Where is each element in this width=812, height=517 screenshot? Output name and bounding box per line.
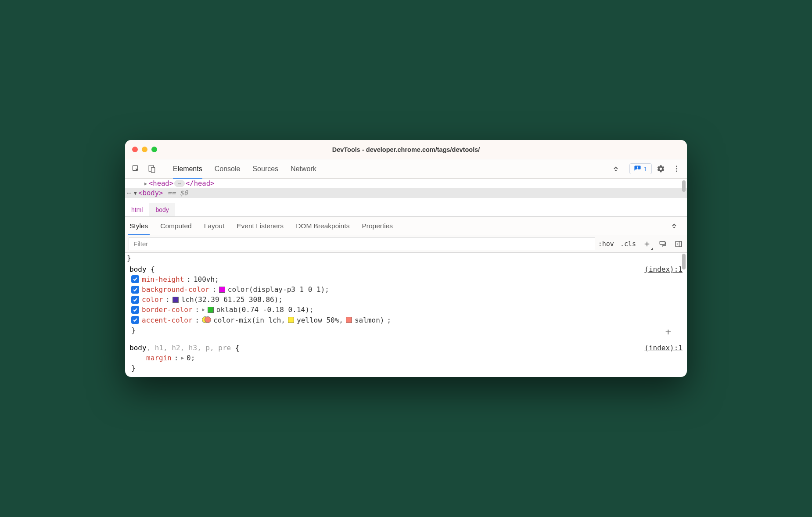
- expand-property-icon[interactable]: ▶: [202, 306, 205, 313]
- paint-styles-icon[interactable]: [658, 239, 668, 249]
- svg-rect-6: [660, 241, 665, 244]
- color-swatch-icon[interactable]: [208, 307, 214, 313]
- svg-rect-7: [675, 241, 682, 247]
- expand-arrow-icon[interactable]: ▶: [143, 181, 149, 187]
- breadcrumb: htmlbody: [125, 203, 687, 217]
- close-brace: }: [129, 363, 683, 373]
- more-subtabs-icon[interactable]: [667, 223, 683, 230]
- style-declaration[interactable]: margin:▶0;: [129, 353, 683, 363]
- devtools-window: DevTools - developer.chrome.com/tags/dev…: [125, 140, 687, 377]
- subtab-styles[interactable]: Styles: [129, 217, 148, 235]
- property-value[interactable]: salmon): [355, 315, 384, 325]
- property-value[interactable]: 0;: [187, 353, 195, 363]
- window-title: DevTools - developer.chrome.com/tags/dev…: [125, 146, 687, 153]
- selector[interactable]: body, h1, h2, h3, p, pre {: [129, 343, 239, 353]
- property-value[interactable]: yellow 50%,: [297, 315, 343, 325]
- source-link[interactable]: (index):1: [644, 343, 683, 353]
- close-brace: }: [129, 325, 683, 335]
- style-declaration[interactable]: border-color:▶oklab(0.74 -0.18 0.14);: [129, 305, 683, 315]
- collapsed-ellipsis-icon[interactable]: ⋯: [174, 180, 185, 187]
- inspect-element-icon[interactable]: [129, 162, 143, 176]
- prev-rule-close-brace: }: [125, 253, 687, 263]
- subtab-event-listeners[interactable]: Event Listeners: [237, 217, 284, 235]
- svg-rect-2: [151, 168, 154, 173]
- styles-filter-input[interactable]: [129, 237, 595, 250]
- close-window-button[interactable]: [132, 147, 138, 152]
- panel-tabs: ElementsConsoleSourcesNetwork: [168, 159, 607, 178]
- styles-subtabs: StylesComputedLayoutEvent ListenersDOM B…: [125, 217, 687, 235]
- style-rule: body {(index):1min-height:100vh;backgrou…: [125, 263, 687, 336]
- panel-tab-elements[interactable]: Elements: [173, 159, 202, 178]
- add-declaration-icon[interactable]: +: [665, 325, 671, 339]
- svg-point-4: [675, 168, 677, 169]
- dom-scrollbar[interactable]: [682, 180, 686, 192]
- settings-gear-icon[interactable]: [654, 162, 668, 176]
- property-name[interactable]: background-color: [142, 284, 209, 294]
- property-value[interactable]: color-mix(in lch,: [213, 315, 285, 325]
- breadcrumb-html[interactable]: html: [125, 203, 149, 216]
- property-value[interactable]: color(display-p3 1 0 1);: [228, 284, 329, 294]
- style-declaration[interactable]: accent-color:color-mix(in lch, yellow 50…: [129, 315, 683, 325]
- toolbar-divider: [163, 164, 163, 174]
- subtab-properties[interactable]: Properties: [362, 217, 393, 235]
- dom-tree[interactable]: ▶ <head> ⋯ </head> ⋯ ▼ <body> == $0: [125, 179, 687, 203]
- color-swatch-icon[interactable]: [346, 317, 352, 323]
- zoom-window-button[interactable]: [151, 147, 157, 152]
- dom-node-body[interactable]: ⋯ ▼ <body> == $0: [125, 188, 687, 198]
- subtab-layout[interactable]: Layout: [204, 217, 225, 235]
- panel-tab-network[interactable]: Network: [291, 159, 316, 178]
- style-rule: body, h1, h2, h3, p, pre {(index):1margi…: [125, 342, 687, 374]
- dom-cutoff: [125, 198, 687, 203]
- console-ref: == $0: [167, 189, 188, 197]
- issues-badge[interactable]: 1: [629, 163, 652, 174]
- main-toolbar: ElementsConsoleSourcesNetwork 1: [125, 159, 687, 179]
- color-swatch-icon[interactable]: [288, 317, 294, 323]
- declaration-checkbox[interactable]: [131, 286, 139, 294]
- subtab-computed[interactable]: Computed: [160, 217, 192, 235]
- more-panels-icon[interactable]: [608, 165, 624, 172]
- style-declaration[interactable]: min-height:100vh;: [129, 274, 683, 284]
- issues-count: 1: [644, 165, 647, 172]
- declaration-checkbox[interactable]: [131, 275, 139, 283]
- svg-point-3: [675, 166, 677, 167]
- titlebar: DevTools - developer.chrome.com/tags/dev…: [125, 140, 687, 159]
- svg-point-5: [675, 171, 677, 172]
- selector[interactable]: body {: [129, 264, 155, 274]
- hover-toggle[interactable]: :hov: [598, 240, 614, 248]
- declaration-checkbox[interactable]: [131, 296, 139, 304]
- device-toolbar-icon[interactable]: [144, 162, 158, 176]
- property-name[interactable]: margin: [146, 353, 172, 363]
- property-name[interactable]: color: [142, 294, 163, 305]
- declaration-checkbox[interactable]: [131, 306, 139, 314]
- dom-node-head[interactable]: ▶ <head> ⋯ </head>: [125, 179, 687, 188]
- style-declaration[interactable]: color:lch(32.39 61.25 308.86);: [129, 294, 683, 305]
- breadcrumb-body[interactable]: body: [149, 203, 175, 216]
- cls-toggle[interactable]: .cls: [620, 240, 636, 248]
- declaration-checkbox[interactable]: [131, 316, 139, 324]
- style-declaration[interactable]: background-color:color(display-p3 1 0 1)…: [129, 284, 683, 294]
- expand-arrow-icon[interactable]: ▼: [132, 190, 138, 196]
- minimize-window-button[interactable]: [142, 147, 147, 152]
- property-name[interactable]: accent-color: [142, 315, 193, 325]
- property-value[interactable]: 100vh;: [194, 274, 219, 284]
- styles-pane: } body {(index):1min-height:100vh;backgr…: [125, 253, 687, 377]
- styles-filter-bar: :hov .cls: [125, 235, 687, 253]
- panel-tab-console[interactable]: Console: [215, 159, 241, 178]
- color-mix-swatch-icon[interactable]: [202, 316, 211, 323]
- subtab-dom-breakpoints[interactable]: DOM Breakpoints: [296, 217, 349, 235]
- new-style-rule-icon[interactable]: [642, 239, 652, 249]
- color-swatch-icon[interactable]: [172, 297, 179, 303]
- traffic-lights: [125, 147, 157, 152]
- computed-sidebar-toggle-icon[interactable]: [674, 239, 683, 249]
- property-value[interactable]: lch(32.39 61.25 308.86);: [181, 294, 283, 305]
- property-name[interactable]: min-height: [142, 274, 184, 284]
- color-swatch-icon[interactable]: [219, 287, 225, 293]
- expand-property-icon[interactable]: ▶: [181, 355, 184, 362]
- property-name[interactable]: border-color: [142, 305, 193, 315]
- kebab-menu-icon[interactable]: [669, 162, 683, 176]
- source-link[interactable]: (index):1: [644, 264, 683, 274]
- selection-elipsis-icon: ⋯: [127, 189, 131, 197]
- rule-divider: [125, 339, 687, 339]
- property-value[interactable]: oklab(0.74 -0.18 0.14);: [216, 305, 314, 315]
- panel-tab-sources[interactable]: Sources: [252, 159, 278, 178]
